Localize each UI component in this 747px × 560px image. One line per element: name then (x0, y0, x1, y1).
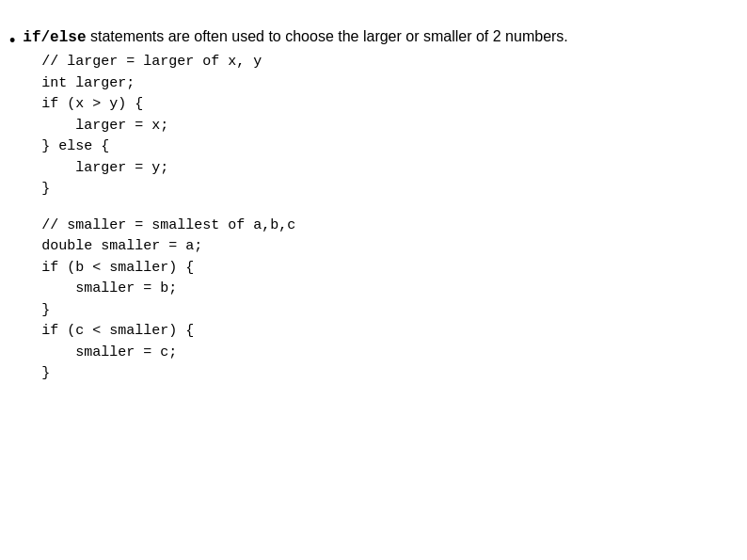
bullet-dot: • (9, 29, 15, 53)
intro-suffix: statements are often used to choose the … (87, 28, 568, 44)
intro-text: if/else statements are often used to cho… (23, 28, 567, 44)
inline-code: if/else (23, 29, 86, 46)
code-block-1: // larger = larger of x, y int larger; i… (41, 52, 567, 200)
code-block-2: // smaller = smallest of a,b,c double sm… (41, 216, 567, 385)
bullet-item: • if/else statements are often used to c… (9, 28, 728, 385)
content-area: • if/else statements are often used to c… (9, 19, 728, 404)
bullet-content: if/else statements are often used to cho… (23, 28, 567, 385)
